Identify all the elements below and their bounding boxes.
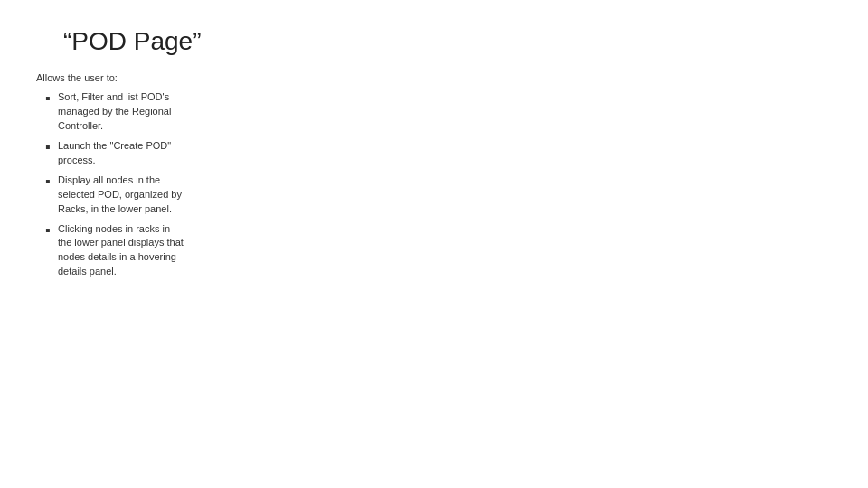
bullet-item-3: ▪Display all nodes in the selected POD, … xyxy=(45,174,185,217)
bullet-item-2: ▪Launch the "Create POD" process. xyxy=(45,139,185,168)
bullet-text-4: Clicking nodes in racks in the lower pan… xyxy=(58,222,185,280)
bullet-dot-1: ▪ xyxy=(45,90,54,107)
bullet-dot-2: ▪ xyxy=(45,139,54,155)
bullet-dot-4: ▪ xyxy=(45,222,54,239)
bullet-item-4: ▪Clicking nodes in racks in the lower pa… xyxy=(45,222,185,280)
page-container: “POD Page” Allows the user to: ▪Sort, Fi… xyxy=(0,0,868,488)
allows-label: Allows the user to: xyxy=(36,72,832,83)
bullet-text-3: Display all nodes in the selected POD, o… xyxy=(58,174,185,217)
bullet-list: ▪Sort, Filter and list POD's managed by … xyxy=(45,90,832,279)
bullet-item-1: ▪Sort, Filter and list POD's managed by … xyxy=(45,90,185,134)
bullet-dot-3: ▪ xyxy=(45,174,54,190)
bullet-text-1: Sort, Filter and list POD's managed by t… xyxy=(58,90,185,134)
page-title: “POD Page” xyxy=(63,27,832,56)
bullet-text-2: Launch the "Create POD" process. xyxy=(58,139,185,168)
